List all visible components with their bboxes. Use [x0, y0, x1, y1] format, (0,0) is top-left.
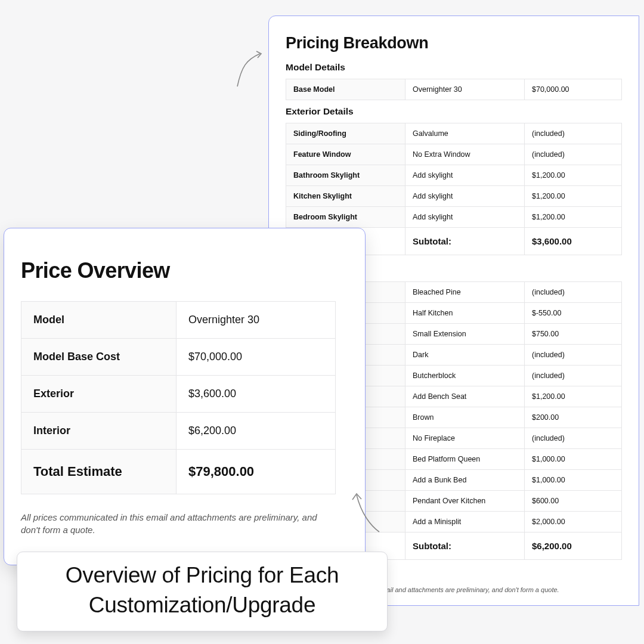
- row-price: (included): [525, 428, 622, 449]
- table-row: Bedroom SkylightAdd skylight$1,200.00: [286, 207, 622, 228]
- row-value: Add a Bunk Bed: [405, 470, 525, 491]
- row-value: Pendant Over Kitchen: [405, 491, 525, 512]
- section-title-model: Model Details: [286, 62, 622, 73]
- arrow-icon: [349, 489, 385, 537]
- overview-label-model: Model: [21, 302, 177, 339]
- row-value: Half Kitchen: [405, 303, 525, 324]
- row-value: Small Extension: [405, 324, 525, 345]
- table-row: Exterior $3,600.00: [21, 376, 336, 413]
- row-value: No Extra Window: [405, 144, 525, 165]
- row-value: Galvalume: [405, 123, 525, 144]
- row-price: (included): [525, 123, 622, 144]
- overview-label-interior: Interior: [21, 413, 177, 450]
- row-value: Bleached Pine: [405, 282, 525, 303]
- row-value: Add a Minisplit: [405, 512, 525, 532]
- row-price: $1,000.00: [525, 449, 622, 470]
- table-row: Model Base Cost $70,000.00: [21, 339, 336, 376]
- row-price: (included): [525, 282, 622, 303]
- overview-value-exterior: $3,600.00: [177, 376, 336, 413]
- row-label: Bathroom Skylight: [286, 165, 405, 186]
- section-title-exterior: Exterior Details: [286, 106, 622, 117]
- overview-value-base: $70,000.00: [177, 339, 336, 376]
- row-price: $2,000.00: [525, 512, 622, 532]
- row-price: $1,200.00: [525, 386, 622, 407]
- row-price: $750.00: [525, 324, 622, 345]
- table-row: Base ModelOvernighter 30$70,000.00: [286, 79, 622, 100]
- subtotal-value: $6,200.00: [525, 532, 622, 560]
- table-row: Kitchen SkylightAdd skylight$1,200.00: [286, 186, 622, 207]
- row-price: $1,000.00: [525, 470, 622, 491]
- overview-label-base: Model Base Cost: [21, 339, 177, 376]
- row-label: Feature Window: [286, 144, 405, 165]
- breakdown-title: Pricing Breakdown: [286, 34, 622, 52]
- overview-table: Model Overnighter 30 Model Base Cost $70…: [21, 301, 336, 494]
- row-price: $-550.00: [525, 303, 622, 324]
- subtotal-label: Subtotal:: [405, 532, 525, 560]
- row-value: No Fireplace: [405, 428, 525, 449]
- table-row: Siding/RoofingGalvalume(included): [286, 123, 622, 144]
- row-value: Bed Platform Queen: [405, 449, 525, 470]
- canvas: Pricing Breakdown Model Details Base Mod…: [5, 5, 639, 639]
- row-value: Butcherblock: [405, 366, 525, 386]
- row-price: (included): [525, 345, 622, 366]
- row-label: Base Model: [286, 79, 405, 100]
- subtotal-label: Subtotal:: [405, 228, 525, 255]
- row-price: $200.00: [525, 407, 622, 428]
- overview-value-model: Overnighter 30: [177, 302, 336, 339]
- table-row: Feature WindowNo Extra Window(included): [286, 144, 622, 165]
- row-label: Siding/Roofing: [286, 123, 405, 144]
- row-price: $70,000.00: [525, 79, 622, 100]
- overview-label-total: Total Estimate: [21, 450, 177, 494]
- row-value: Brown: [405, 407, 525, 428]
- overview-value-interior: $6,200.00: [177, 413, 336, 450]
- row-value: Dark: [405, 345, 525, 366]
- row-price: (included): [525, 366, 622, 386]
- row-price: $1,200.00: [525, 186, 622, 207]
- overview-value-total: $79,800.00: [177, 450, 336, 494]
- row-price: $1,200.00: [525, 207, 622, 228]
- overview-label-exterior: Exterior: [21, 376, 177, 413]
- row-label: Bedroom Skylight: [286, 207, 405, 228]
- table-row: Interior $6,200.00: [21, 413, 336, 450]
- arrow-icon: [231, 49, 267, 91]
- row-value: Add skylight: [405, 207, 525, 228]
- caption-text: Overview of Pricing for Each Customizati…: [33, 561, 371, 620]
- table-row: Model Overnighter 30: [21, 302, 336, 339]
- row-value: Add skylight: [405, 186, 525, 207]
- row-value: Add Bench Seat: [405, 386, 525, 407]
- overview-disclaimer: All prices communicated in this email an…: [21, 511, 336, 536]
- overview-title: Price Overview: [21, 258, 348, 283]
- price-overview-panel: Price Overview Model Overnighter 30 Mode…: [4, 228, 366, 565]
- row-price: $600.00: [525, 491, 622, 512]
- table-row: Bathroom SkylightAdd skylight$1,200.00: [286, 165, 622, 186]
- row-value: Overnighter 30: [405, 79, 525, 100]
- caption-card: Overview of Pricing for Each Customizati…: [17, 552, 388, 631]
- row-price: (included): [525, 144, 622, 165]
- table-row-total: Total Estimate $79,800.00: [21, 450, 336, 494]
- row-price: $1,200.00: [525, 165, 622, 186]
- model-table: Base ModelOvernighter 30$70,000.00: [286, 79, 622, 100]
- subtotal-value: $3,600.00: [525, 228, 622, 255]
- row-label: Kitchen Skylight: [286, 186, 405, 207]
- row-value: Add skylight: [405, 165, 525, 186]
